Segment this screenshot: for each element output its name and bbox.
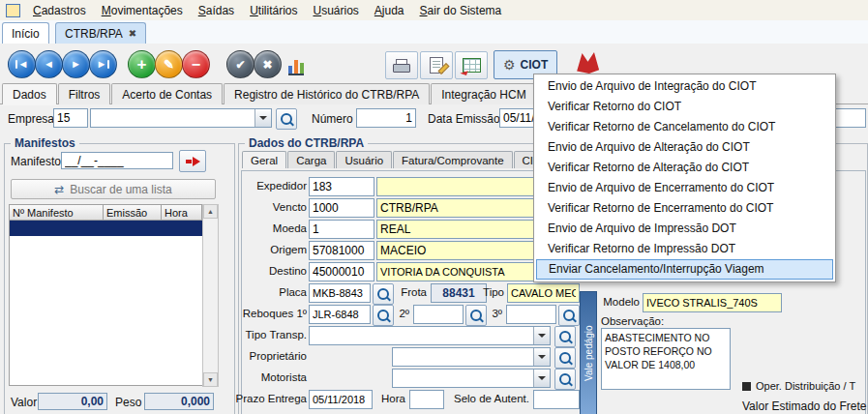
- menu-utilitarios[interactable]: Utilitários: [242, 1, 305, 20]
- empresa-combo[interactable]: [90, 108, 272, 128]
- vale-pedagio-tab[interactable]: Vale pedágio: [580, 291, 597, 414]
- manifest-table-body[interactable]: [9, 221, 204, 386]
- scroll-up-icon[interactable]: ▲: [203, 204, 218, 219]
- search-icon: [559, 352, 571, 364]
- menu-item-enviar-cancelamento-viagem[interactable]: Enviar Cancelamento/Interrupção Viagem: [536, 259, 833, 280]
- numero-input[interactable]: [356, 108, 416, 128]
- selo-input[interactable]: [533, 390, 580, 409]
- manifesto-input[interactable]: [61, 152, 173, 169]
- tab-inicio[interactable]: Início: [2, 22, 49, 44]
- proprietario-search-button[interactable]: [554, 347, 576, 369]
- add-record-button[interactable]: +: [128, 50, 156, 78]
- previous-record-icon: ◄: [44, 59, 54, 70]
- reboque3-input[interactable]: [506, 305, 556, 324]
- prazo-entrega-input[interactable]: [309, 390, 373, 409]
- red-logo-icon[interactable]: [575, 51, 601, 74]
- buscar-lista-button[interactable]: ⇄ Buscar de uma lista: [11, 179, 216, 199]
- menu-item-retorno-encerramento[interactable]: Verificar Retorno de Encerramento do CIO…: [534, 198, 835, 219]
- menu-item-envio-integracao[interactable]: Envio de Arquivo de Integração do CIOT: [534, 76, 835, 97]
- menu-saidas[interactable]: Saídas: [191, 1, 242, 20]
- tab-usuario[interactable]: Usuário: [336, 151, 392, 168]
- export-grid-button[interactable]: [455, 51, 488, 79]
- reboque1-input[interactable]: [309, 305, 371, 324]
- tipo-transp-search-button[interactable]: [554, 326, 576, 347]
- menu-item-verificar-retorno[interactable]: Verificar Retorno do CIOT: [534, 97, 835, 117]
- expedidor-name-input[interactable]: [376, 177, 551, 196]
- menu-item-envio-encerramento[interactable]: Envio de Arquivo de Encerramento do CIOT: [534, 178, 835, 198]
- reboque2-input[interactable]: [413, 305, 464, 324]
- scroll-down-icon[interactable]: ▼: [203, 372, 218, 387]
- manifest-scrollbar[interactable]: ▲ ▼: [202, 204, 219, 387]
- delete-record-button[interactable]: −: [182, 50, 210, 78]
- menu-item-retorno-cancelamento[interactable]: Verificar Retorno de Cancelamento do CIO…: [534, 117, 835, 137]
- combo-arrow-icon[interactable]: [533, 348, 550, 366]
- tipo-input[interactable]: [507, 283, 580, 303]
- menu-item-retorno-impressao-dot[interactable]: Verificar Retorno de Impressão DOT: [534, 239, 835, 259]
- menu-item-envio-impressao-dot[interactable]: Envio de Arquivo de Impressão DOT: [534, 219, 835, 239]
- destino-code-input[interactable]: [309, 262, 374, 281]
- peso-field: 0,000: [144, 393, 214, 410]
- menu-usuarios[interactable]: Usuários: [305, 1, 366, 20]
- vencto-name-input[interactable]: [376, 198, 551, 218]
- hora-input[interactable]: [409, 390, 444, 409]
- reboque2-search-button[interactable]: [465, 305, 487, 326]
- proprietario-combo[interactable]: [392, 347, 551, 367]
- modelo-input[interactable]: [643, 293, 782, 312]
- observacao-textarea[interactable]: ABASTECIMENTO NO POSTO REFORÇO NO VALOR …: [601, 328, 731, 390]
- tab-geral[interactable]: Geral: [242, 151, 286, 168]
- tab-ctrb-rpa[interactable]: CTRB/RPA ✖: [55, 22, 146, 44]
- reboque1-search-button[interactable]: [373, 305, 394, 326]
- col-n-manifesto[interactable]: Nº Manifesto: [9, 204, 104, 221]
- vencto-code-input[interactable]: [309, 198, 374, 218]
- tab-integracao-hcm[interactable]: Integração HCM: [431, 83, 536, 104]
- edit-record-button[interactable]: ✎: [155, 50, 183, 78]
- next-record-button[interactable]: ►: [62, 50, 90, 78]
- tab-dados[interactable]: Dados: [2, 83, 57, 104]
- header-right-input[interactable]: [834, 108, 866, 128]
- menu-item-envio-alteracao[interactable]: Envio de Arquivo de Alteração do CIOT: [534, 137, 835, 158]
- tab-registro-historico[interactable]: Registro de Histórico do CTRB/RPA: [224, 83, 430, 104]
- placa-search-button[interactable]: [373, 283, 394, 305]
- empresa-search-button[interactable]: [276, 108, 297, 130]
- col-emissao[interactable]: Emissão: [104, 204, 162, 221]
- empresa-input[interactable]: [53, 108, 88, 128]
- menu-sair[interactable]: Sair do Sistema: [412, 1, 510, 20]
- tab-carga[interactable]: Carga: [287, 151, 335, 168]
- menu-cadastros[interactable]: Cadastros: [25, 1, 94, 20]
- cancel-button[interactable]: ✖: [254, 50, 282, 78]
- motorista-combo[interactable]: [392, 369, 551, 388]
- menu-movimentacoes[interactable]: Movimentações: [94, 1, 191, 20]
- motorista-search-button[interactable]: [554, 369, 576, 390]
- col-hora[interactable]: Hora: [162, 204, 202, 221]
- confirm-button[interactable]: ✔: [226, 50, 254, 78]
- tab-acerto-de-contas[interactable]: Acerto de Contas: [111, 83, 223, 104]
- placa-input[interactable]: [309, 283, 371, 303]
- report-button[interactable]: [420, 51, 453, 79]
- tipo-transp-combo[interactable]: [309, 326, 551, 345]
- app-icon: [6, 4, 20, 17]
- moeda-code-input[interactable]: [309, 220, 374, 239]
- origem-code-input[interactable]: [309, 241, 374, 260]
- expedidor-code-input[interactable]: [309, 177, 374, 196]
- menu-item-retorno-alteracao[interactable]: Verificar Retorno de Alteração do CIOT: [534, 158, 835, 178]
- chart-button[interactable]: [288, 56, 304, 75]
- last-record-button[interactable]: ►: [89, 50, 117, 78]
- selected-empty-row[interactable]: [10, 221, 203, 236]
- moeda-name-input[interactable]: [376, 220, 551, 239]
- origem-name-input[interactable]: [376, 241, 551, 260]
- close-tab-icon[interactable]: ✖: [129, 29, 136, 39]
- combo-arrow-icon[interactable]: [254, 109, 271, 127]
- first-record-button[interactable]: ◄: [8, 50, 36, 78]
- reboque3-search-button[interactable]: [558, 305, 580, 326]
- combo-arrow-icon[interactable]: [533, 327, 550, 344]
- tab-fatura[interactable]: Fatura/Comprovante: [393, 151, 512, 168]
- menu-ajuda[interactable]: Ajuda: [367, 1, 412, 20]
- combo-arrow-icon[interactable]: [533, 370, 550, 387]
- manifesto-go-button[interactable]: [179, 150, 206, 172]
- tab-registro-label: Registro de Histórico do CTRB/RPA: [234, 88, 419, 102]
- print-button[interactable]: [385, 51, 418, 79]
- oper-distribuicao-checkbox[interactable]: Oper. Distribuição / T: [742, 380, 864, 392]
- previous-record-button[interactable]: ◄: [35, 50, 63, 78]
- destino-name-input[interactable]: [376, 262, 551, 281]
- tab-filtros[interactable]: Filtros: [58, 83, 111, 104]
